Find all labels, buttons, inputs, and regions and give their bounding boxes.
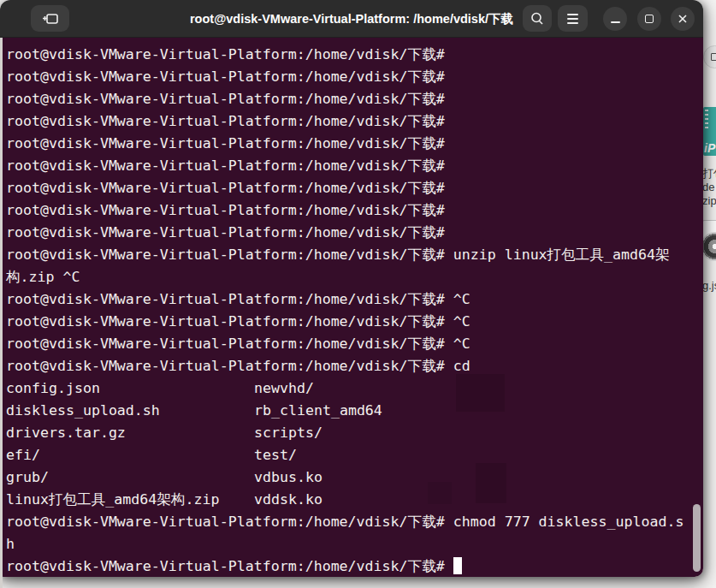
- command-text: ^C: [453, 313, 470, 330]
- terminal-line: h: [6, 533, 703, 555]
- close-icon: [678, 14, 688, 24]
- prompt-text: root@vdisk-VMware-Virtual-Platform:/home…: [6, 113, 453, 129]
- view-toggle-icon: [711, 53, 716, 61]
- titlebar[interactable]: root@vdisk-VMware-Virtual-Platform: /hom…: [0, 0, 703, 38]
- hamburger-menu-icon: [567, 14, 578, 24]
- listing-filename: vddsk.ko: [254, 491, 322, 508]
- prompt-text: root@vdisk-VMware-Virtual-Platform:/home…: [6, 157, 453, 174]
- terminal-line: root@vdisk-VMware-Virtual-Platform:/home…: [6, 288, 703, 311]
- background-filename-fragment: g.js: [702, 279, 716, 292]
- prompt-text: root@vdisk-VMware-Virtual-Platform:/home…: [6, 68, 453, 85]
- command-text: unzip linux打包工具_amd64架: [453, 246, 670, 263]
- zipper-pattern: [705, 110, 708, 130]
- listing-filename: vdbus.ko: [254, 469, 322, 485]
- listing-filename: drivers.tar.gz: [6, 422, 254, 444]
- terminal-line: root@vdisk-VMware-Virtual-Platform:/home…: [6, 44, 703, 66]
- background-window-left-edge: [0, 38, 3, 588]
- terminal-line: root@vdisk-VMware-Virtual-Platform:/home…: [6, 311, 703, 333]
- search-icon: [530, 11, 545, 27]
- listing-filename: scripts/: [254, 425, 322, 441]
- command-text: chmod 777 diskless_upload.s: [453, 514, 684, 530]
- terminal-line: root@vdisk-VMware-Virtual-Platform:/home…: [6, 222, 703, 244]
- terminal-line: root@vdisk-VMware-Virtual-Platform:/home…: [6, 199, 703, 222]
- terminal-line: root@vdisk-VMware-Virtual-Platform:/home…: [6, 177, 703, 199]
- prompt-text: root@vdisk-VMware-Virtual-Platform:/home…: [6, 91, 453, 107]
- background-window-button: [703, 45, 716, 68]
- terminal-cursor: [453, 557, 462, 574]
- command-text: ^C: [453, 336, 470, 352]
- command-text: cd: [453, 358, 470, 374]
- prompt-text: root@vdisk-VMware-Virtual-Platform:/home…: [6, 246, 453, 263]
- prompt-text: root@vdisk-VMware-Virtual-Platform:/home…: [6, 558, 453, 574]
- background-filename-fragment: zip: [702, 194, 716, 207]
- terminal-line: grub/vdbus.ko: [6, 466, 703, 489]
- prompt-text: root@vdisk-VMware-Virtual-Platform:/home…: [6, 313, 453, 330]
- terminal-body[interactable]: root@vdisk-VMware-Virtual-Platform:/home…: [0, 38, 703, 577]
- prompt-text: root@vdisk-VMware-Virtual-Platform:/home…: [6, 46, 453, 62]
- terminal-line: root@vdisk-VMware-Virtual-Platform:/home…: [6, 133, 703, 155]
- zip-badge-label: iP: [704, 141, 715, 155]
- prompt-text: root@vdisk-VMware-Virtual-Platform:/home…: [6, 135, 453, 151]
- minimize-icon: [611, 21, 620, 23]
- prompt-text: root@vdisk-VMware-Virtual-Platform:/home…: [6, 336, 453, 352]
- listing-filename: newvhd/: [254, 380, 314, 396]
- prompt-text: root@vdisk-VMware-Virtual-Platform:/home…: [6, 358, 453, 374]
- scrollbar-thumb[interactable]: [693, 504, 701, 572]
- terminal-line: root@vdisk-VMware-Virtual-Platform:/home…: [6, 244, 703, 266]
- prompt-text: root@vdisk-VMware-Virtual-Platform:/home…: [6, 202, 453, 218]
- listing-filename: test/: [254, 447, 297, 463]
- prompt-text: root@vdisk-VMware-Virtual-Platform:/home…: [6, 514, 453, 530]
- maximize-button[interactable]: [637, 7, 661, 31]
- background-filename-fragment: 打包: [702, 166, 716, 181]
- terminal-line: linux打包工具_amd64架构.zipvddsk.ko: [6, 489, 703, 511]
- search-button[interactable]: [523, 5, 552, 32]
- terminal-window: root@vdisk-VMware-Virtual-Platform: /hom…: [0, 0, 703, 577]
- terminal-line: root@vdisk-VMware-Virtual-Platform:/home…: [6, 511, 703, 533]
- terminal-line: root@vdisk-VMware-Virtual-Platform:/home…: [6, 355, 703, 377]
- background-filename-fragment: de: [702, 181, 714, 193]
- listing-filename: linux打包工具_amd64架构.zip: [6, 489, 254, 511]
- command-text: ^C: [453, 291, 470, 307]
- terminal-line: root@vdisk-VMware-Virtual-Platform:/home…: [6, 155, 703, 177]
- terminal-lines: root@vdisk-VMware-Virtual-Platform:/home…: [6, 44, 703, 577]
- listing-filename: diskless_upload.sh: [6, 400, 254, 422]
- terminal-line: root@vdisk-VMware-Virtual-Platform:/home…: [6, 66, 703, 88]
- menu-button[interactable]: [558, 5, 588, 32]
- maximize-icon: [645, 15, 654, 23]
- terminal-line: root@vdisk-VMware-Virtual-Platform:/home…: [6, 333, 703, 355]
- terminal-line: efi/test/: [6, 444, 703, 466]
- terminal-line: root@vdisk-VMware-Virtual-Platform:/home…: [6, 88, 703, 110]
- close-button[interactable]: [671, 7, 695, 31]
- listing-filename: grub/: [6, 466, 254, 489]
- minimize-button[interactable]: [603, 7, 627, 31]
- terminal-line: 构.zip ^C: [6, 266, 703, 288]
- terminal-line: drivers.tar.gzscripts/: [6, 422, 703, 444]
- prompt-text: root@vdisk-VMware-Virtual-Platform:/home…: [6, 224, 453, 241]
- prompt-text: root@vdisk-VMware-Virtual-Platform:/home…: [6, 291, 453, 307]
- zip-file-icon: iP: [703, 107, 716, 156]
- listing-filename: rb_client_amd64: [254, 402, 382, 419]
- terminal-line: diskless_upload.shrb_client_amd64: [6, 400, 703, 422]
- terminal-line: root@vdisk-VMware-Virtual-Platform:/home…: [6, 110, 703, 133]
- window-title: root@vdisk-VMware-Virtual-Platform: /hom…: [0, 0, 703, 38]
- listing-filename: config.json: [6, 377, 254, 400]
- terminal-line: config.jsonnewvhd/: [6, 377, 703, 400]
- prompt-text: root@vdisk-VMware-Virtual-Platform:/home…: [6, 180, 453, 196]
- listing-filename: efi/: [6, 444, 254, 466]
- terminal-line: root@vdisk-VMware-Virtual-Platform:/home…: [6, 555, 703, 577]
